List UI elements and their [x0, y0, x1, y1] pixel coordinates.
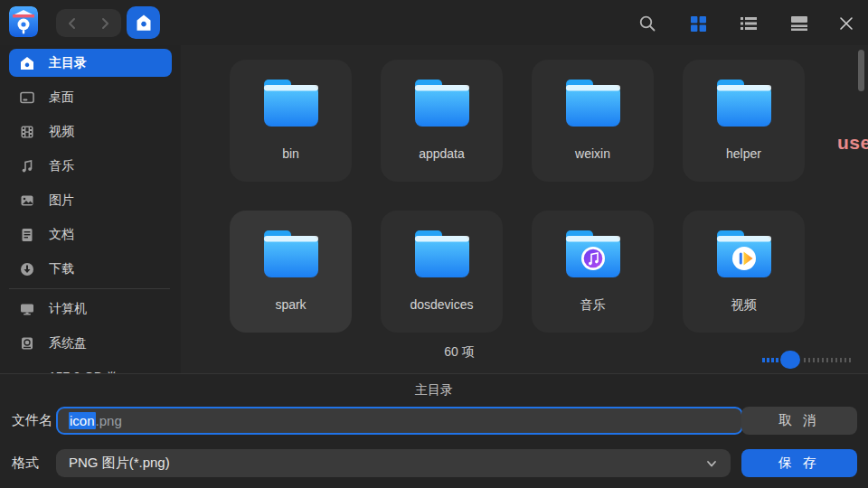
document-icon: [20, 228, 34, 242]
sidebar-item-home[interactable]: 主目录: [9, 49, 172, 77]
folder-icon: [563, 80, 623, 132]
filename-label: 文件名: [12, 412, 52, 429]
music-folder-icon: [563, 230, 623, 283]
sidebar-item-label: 桌面: [49, 89, 74, 106]
back-button[interactable]: [63, 14, 81, 33]
sidebar-item-volume-partial[interactable]: 157.9 GB 卷: [9, 363, 172, 373]
slider-track-active: [762, 358, 780, 362]
titlebar: [0, 0, 868, 45]
sidebar-item-desktop[interactable]: 桌面: [9, 83, 172, 111]
grid-view-icon[interactable]: [686, 12, 710, 35]
slider-track: [804, 358, 853, 362]
folder-tile-weixin[interactable]: weixin: [532, 60, 654, 182]
cancel-button[interactable]: 取 消: [741, 407, 857, 435]
folder-tile-helper[interactable]: helper: [683, 60, 805, 182]
folder-name: weixin: [535, 146, 650, 161]
picture-icon: [20, 193, 34, 208]
folder-tile-spark[interactable]: spark: [230, 211, 352, 333]
desktop-icon: [20, 90, 34, 105]
folder-name: helper: [686, 146, 801, 161]
filename-selected-text: icon: [69, 412, 96, 429]
navigation-group: [56, 9, 121, 37]
folder-tile-videos[interactable]: 视频: [683, 211, 805, 333]
folder-name: 音乐: [535, 297, 650, 314]
sidebar-item-documents[interactable]: 文档: [9, 221, 172, 249]
sidebar-separator: [9, 288, 170, 289]
chevron-down-icon: [705, 457, 718, 473]
folder-tile-music[interactable]: 音乐: [532, 211, 654, 333]
save-button[interactable]: 保 存: [741, 449, 857, 477]
overlay-red-text: use: [837, 132, 868, 154]
folder-icon: [714, 80, 774, 132]
filename-extension: .png: [96, 413, 122, 428]
format-value: PNG 图片(*.png): [69, 455, 170, 472]
folder-tile-bin[interactable]: bin: [230, 60, 352, 182]
list-view-icon[interactable]: [737, 12, 760, 35]
file-grid: bin appdata weixin helper spark: [181, 45, 868, 373]
sidebar-item-label: 图片: [49, 192, 74, 209]
vertical-scrollbar[interactable]: [858, 50, 864, 91]
sidebar-item-label: 计算机: [49, 301, 87, 317]
computer-icon: [20, 302, 34, 316]
folder-icon: [412, 80, 472, 132]
disk-icon: [20, 336, 34, 351]
sidebar-item-label: 文档: [49, 227, 74, 243]
sidebar-item-label: 主目录: [49, 55, 87, 71]
folder-name: appdata: [384, 146, 499, 161]
sidebar-item-downloads[interactable]: 下载: [9, 255, 172, 283]
folder-name: 视频: [686, 297, 801, 314]
close-icon[interactable]: [835, 12, 858, 35]
item-count: 60 项: [181, 344, 738, 361]
save-panel: 主目录 文件名 icon.png 取 消 格式 PNG 图片(*.png) 保 …: [0, 373, 868, 488]
folder-icon: [261, 80, 321, 132]
sidebar-item-label: 音乐: [49, 158, 74, 174]
sidebar-item-music[interactable]: 音乐: [9, 152, 172, 180]
forward-button[interactable]: [96, 14, 114, 33]
filename-input[interactable]: icon.png: [56, 407, 743, 435]
folder-tile-appdata[interactable]: appdata: [381, 60, 503, 182]
file-save-dialog: 主目录 桌面 视频 音乐: [0, 0, 868, 488]
folder-icon: [261, 230, 321, 283]
sidebar-item-videos[interactable]: 视频: [9, 117, 172, 145]
format-select[interactable]: PNG 图片(*.png): [56, 449, 731, 477]
sidebar-item-label: 视频: [49, 124, 74, 140]
home-icon: [20, 56, 34, 70]
folder-name: spark: [233, 297, 348, 312]
current-location-label: 主目录: [0, 382, 868, 399]
detail-view-icon[interactable]: [788, 12, 811, 35]
sidebar-item-pictures[interactable]: 图片: [9, 186, 172, 214]
film-icon: [20, 125, 34, 139]
search-icon[interactable]: [636, 12, 659, 35]
music-note-icon: [20, 159, 34, 174]
sidebar-item-system-disk[interactable]: 系统盘: [9, 329, 172, 357]
sidebar-item-label: 系统盘: [49, 335, 87, 352]
folder-name: dosdevices: [384, 297, 499, 312]
sidebar-item-label: 下载: [49, 261, 74, 277]
icon-size-slider[interactable]: [762, 351, 853, 369]
sidebar-item-computer[interactable]: 计算机: [9, 295, 172, 323]
folder-tile-dosdevices[interactable]: dosdevices: [381, 211, 503, 333]
app-logo-icon: [9, 6, 38, 37]
format-label: 格式: [12, 455, 39, 472]
slider-thumb[interactable]: [780, 351, 800, 369]
folder-name: bin: [233, 146, 348, 161]
sidebar: 主目录 桌面 视频 音乐: [0, 45, 181, 373]
home-button[interactable]: [127, 6, 160, 39]
video-folder-icon: [714, 230, 774, 283]
folder-icon: [412, 230, 472, 283]
download-icon: [20, 262, 34, 277]
